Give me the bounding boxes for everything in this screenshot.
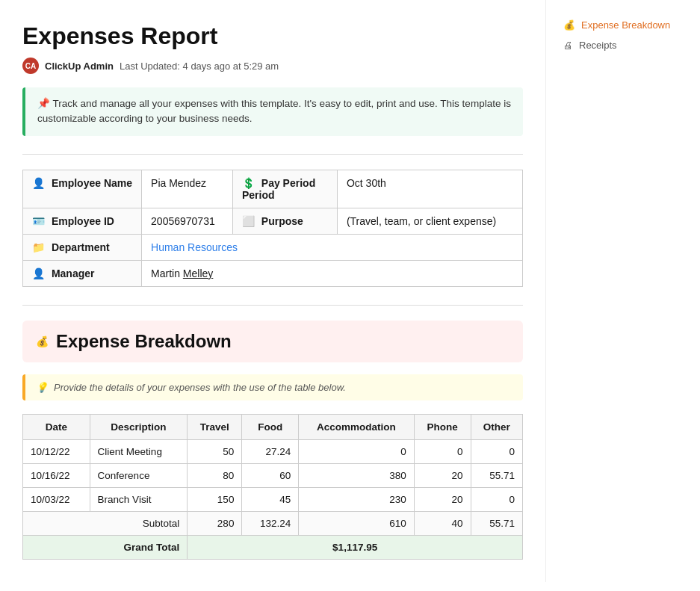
sidebar-icon-1: 🖨 <box>563 40 573 51</box>
manager-link[interactable]: Melley <box>183 267 213 279</box>
divider-1 <box>22 154 523 155</box>
pay-period-label: 💲 Pay PeriodPeriod <box>232 170 337 208</box>
table-row: 👤 Manager Martin Melley <box>23 260 523 286</box>
cell-phone: 20 <box>414 463 471 487</box>
col-description: Description <box>90 414 188 439</box>
cell-travel: 50 <box>188 439 242 463</box>
subtotal-accommodation: 610 <box>299 511 414 535</box>
employee-id-value: 20056970731 <box>142 208 233 234</box>
table-row: 🪪 Employee ID 20056970731 ⬜ Purpose (Tra… <box>23 208 523 234</box>
last-updated: Last Updated: 4 days ago at 5:29 am <box>120 61 279 72</box>
expense-table: Date Description Travel Food Accommodati… <box>22 414 523 560</box>
cell-other: 0 <box>471 487 523 511</box>
employee-id-icon: 🪪 <box>32 215 45 227</box>
divider-2 <box>22 305 523 306</box>
avatar: CA <box>22 58 39 74</box>
cell-travel: 80 <box>188 463 242 487</box>
info-banner-icon: 📌 <box>37 98 50 109</box>
sidebar: 💰Expense Breakdown🖨Receipts <box>545 0 695 582</box>
subtotal-label: Subtotal <box>23 511 188 535</box>
employee-name-label: 👤 Employee Name <box>23 170 142 208</box>
subtotal-phone: 40 <box>414 511 471 535</box>
table-row: 10/16/22 Conference 80 60 380 20 55.71 <box>23 463 523 487</box>
cell-other: 0 <box>471 439 523 463</box>
page-title: Expenses Report <box>22 22 523 50</box>
employee-name-value: Pia Mendez <box>142 170 233 208</box>
manager-value: Martin Melley <box>142 260 523 286</box>
employee-id-label: 🪪 Employee ID <box>23 208 142 234</box>
col-date: Date <box>23 414 90 439</box>
cell-phone: 20 <box>414 487 471 511</box>
sidebar-item-1[interactable]: 🖨Receipts <box>557 35 684 55</box>
cell-travel: 150 <box>188 487 242 511</box>
hint-icon: 💡 <box>36 382 48 393</box>
cell-accommodation: 230 <box>299 487 414 511</box>
cell-description: Branch Visit <box>90 487 188 511</box>
expense-breakdown-icon: 💰 <box>36 335 49 347</box>
expense-breakdown-title: Expense Breakdown <box>56 331 232 352</box>
subtotal-row: Subtotal 280 132.24 610 40 55.71 <box>23 511 523 535</box>
sidebar-label-0: Expense Breakdown <box>581 19 670 31</box>
employee-icon: 👤 <box>32 177 45 189</box>
subtotal-travel: 280 <box>188 511 242 535</box>
manager-label: 👤 Manager <box>23 260 142 286</box>
cell-date: 10/16/22 <box>23 463 90 487</box>
hint-text: Provide the details of your expenses wit… <box>54 382 346 393</box>
col-food: Food <box>242 414 299 439</box>
main-content: Expenses Report CA ClickUp Admin Last Up… <box>0 0 545 582</box>
author-name: ClickUp Admin <box>45 61 114 72</box>
hint-banner: 💡 Provide the details of your expenses w… <box>22 374 523 400</box>
col-travel: Travel <box>188 414 242 439</box>
grand-total-label: Grand Total <box>23 535 188 559</box>
cell-description: Client Meeting <box>90 439 188 463</box>
table-row: 👤 Employee Name Pia Mendez 💲 Pay PeriodP… <box>23 170 523 208</box>
grand-total-value: $1,117.95 <box>188 535 523 559</box>
cell-date: 10/12/22 <box>23 439 90 463</box>
cell-phone: 0 <box>414 439 471 463</box>
info-banner: 📌 Track and manage all your expenses wit… <box>22 87 523 136</box>
cell-description: Conference <box>90 463 188 487</box>
expense-table-header-row: Date Description Travel Food Accommodati… <box>23 414 523 439</box>
subtotal-food: 132.24 <box>242 511 299 535</box>
cell-other: 55.71 <box>471 463 523 487</box>
table-row: 10/03/22 Branch Visit 150 45 230 20 0 <box>23 487 523 511</box>
cell-food: 45 <box>242 487 299 511</box>
purpose-icon: ⬜ <box>242 215 255 227</box>
table-row: 10/12/22 Client Meeting 50 27.24 0 0 0 <box>23 439 523 463</box>
grand-total-row: Grand Total $1,117.95 <box>23 535 523 559</box>
subtotal-other: 55.71 <box>471 511 523 535</box>
col-accommodation: Accommodation <box>299 414 414 439</box>
meta-row: CA ClickUp Admin Last Updated: 4 days ag… <box>22 58 523 74</box>
manager-icon: 👤 <box>32 267 45 279</box>
cell-accommodation: 0 <box>299 439 414 463</box>
cell-accommodation: 380 <box>299 463 414 487</box>
expense-breakdown-header: 💰 Expense Breakdown <box>22 321 523 362</box>
purpose-label: ⬜ Purpose <box>232 208 337 234</box>
department-icon: 📁 <box>32 241 45 253</box>
department-link[interactable]: Human Resources <box>151 241 238 253</box>
purpose-value: (Travel, team, or client expense) <box>337 208 522 234</box>
col-other: Other <box>471 414 523 439</box>
pay-period-icon: 💲 <box>242 177 255 189</box>
department-label: 📁 Department <box>23 234 142 260</box>
department-value: Human Resources <box>142 234 523 260</box>
sidebar-label-1: Receipts <box>579 40 617 51</box>
col-phone: Phone <box>414 414 471 439</box>
sidebar-item-0[interactable]: 💰Expense Breakdown <box>557 15 684 35</box>
employee-info-table: 👤 Employee Name Pia Mendez 💲 Pay PeriodP… <box>22 170 523 287</box>
sidebar-icon-0: 💰 <box>563 19 575 31</box>
pay-period-value: Oct 30th <box>337 170 522 208</box>
cell-food: 27.24 <box>242 439 299 463</box>
cell-date: 10/03/22 <box>23 487 90 511</box>
table-row: 📁 Department Human Resources <box>23 234 523 260</box>
info-banner-text: Track and manage all your expenses with … <box>37 98 511 124</box>
cell-food: 60 <box>242 463 299 487</box>
